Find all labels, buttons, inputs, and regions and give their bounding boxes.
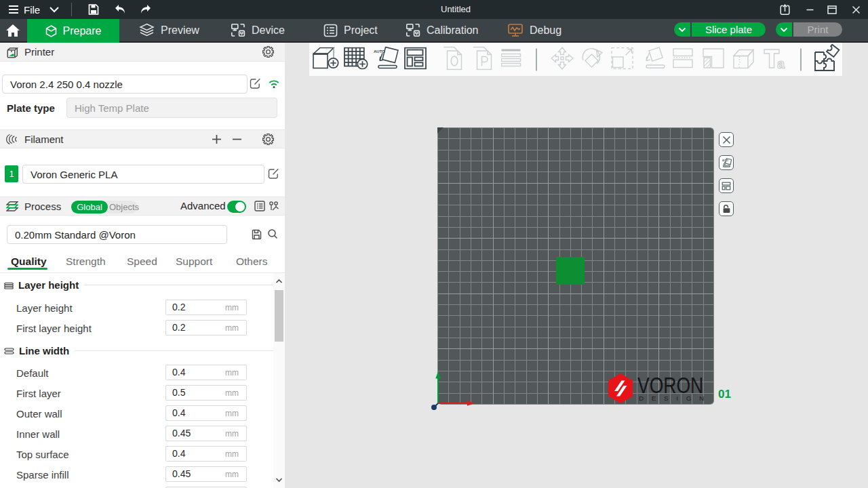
svg-text:a: a xyxy=(777,56,785,70)
svg-text:AUTO: AUTO xyxy=(722,159,728,162)
svg-text:AUTO: AUTO xyxy=(374,49,385,53)
